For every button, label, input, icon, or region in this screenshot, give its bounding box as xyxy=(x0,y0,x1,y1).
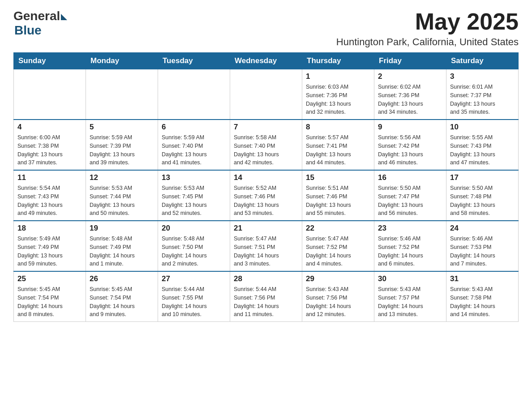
day-number: 22 xyxy=(306,224,370,233)
calendar-week-1: 1Sunrise: 6:03 AM Sunset: 7:36 PM Daylig… xyxy=(14,69,519,120)
calendar-cell: 27Sunrise: 5:44 AM Sunset: 7:55 PM Dayli… xyxy=(158,271,230,322)
day-number: 6 xyxy=(162,123,226,132)
calendar-cell xyxy=(230,69,302,120)
day-info: Sunrise: 5:57 AM Sunset: 7:41 PM Dayligh… xyxy=(306,133,370,167)
day-info: Sunrise: 5:44 AM Sunset: 7:56 PM Dayligh… xyxy=(234,285,298,319)
day-number: 27 xyxy=(162,274,226,283)
calendar-header-saturday: Saturday xyxy=(446,53,519,69)
calendar-week-3: 11Sunrise: 5:54 AM Sunset: 7:43 PM Dayli… xyxy=(14,170,519,221)
day-number: 26 xyxy=(90,274,154,283)
calendar-cell: 28Sunrise: 5:44 AM Sunset: 7:56 PM Dayli… xyxy=(230,271,302,322)
day-number: 12 xyxy=(90,173,154,182)
day-info: Sunrise: 5:49 AM Sunset: 7:49 PM Dayligh… xyxy=(17,235,82,268)
calendar-cell: 2Sunrise: 6:02 AM Sunset: 7:36 PM Daylig… xyxy=(374,69,446,120)
day-number: 7 xyxy=(234,123,298,132)
day-info: Sunrise: 5:46 AM Sunset: 7:52 PM Dayligh… xyxy=(378,235,442,268)
calendar-week-5: 25Sunrise: 5:45 AM Sunset: 7:54 PM Dayli… xyxy=(14,271,519,322)
day-info: Sunrise: 5:50 AM Sunset: 7:48 PM Dayligh… xyxy=(450,184,515,218)
day-info: Sunrise: 5:50 AM Sunset: 7:47 PM Dayligh… xyxy=(378,184,442,218)
day-info: Sunrise: 5:59 AM Sunset: 7:39 PM Dayligh… xyxy=(90,133,154,167)
calendar-cell: 6Sunrise: 5:59 AM Sunset: 7:40 PM Daylig… xyxy=(158,120,230,170)
calendar-cell: 30Sunrise: 5:43 AM Sunset: 7:57 PM Dayli… xyxy=(374,271,446,322)
day-number: 16 xyxy=(378,173,442,182)
day-info: Sunrise: 5:53 AM Sunset: 7:45 PM Dayligh… xyxy=(162,184,226,218)
day-number: 15 xyxy=(306,173,370,182)
day-info: Sunrise: 5:58 AM Sunset: 7:40 PM Dayligh… xyxy=(234,133,298,167)
logo-arrow-icon xyxy=(61,14,67,20)
calendar-cell: 12Sunrise: 5:53 AM Sunset: 7:44 PM Dayli… xyxy=(86,170,158,221)
day-number: 10 xyxy=(450,123,515,132)
title-area: May 2025 Huntington Park, California, Un… xyxy=(336,9,519,48)
day-number: 17 xyxy=(450,173,515,182)
day-number: 24 xyxy=(450,224,515,233)
logo: General Blue xyxy=(13,9,67,38)
calendar-header-row: SundayMondayTuesdayWednesdayThursdayFrid… xyxy=(14,53,519,69)
calendar-header-tuesday: Tuesday xyxy=(158,53,230,69)
day-number: 3 xyxy=(450,72,515,81)
day-info: Sunrise: 5:56 AM Sunset: 7:42 PM Dayligh… xyxy=(378,133,442,167)
day-info: Sunrise: 6:00 AM Sunset: 7:38 PM Dayligh… xyxy=(17,133,82,167)
day-info: Sunrise: 5:47 AM Sunset: 7:51 PM Dayligh… xyxy=(234,235,298,268)
day-info: Sunrise: 5:59 AM Sunset: 7:40 PM Dayligh… xyxy=(162,133,226,167)
day-number: 20 xyxy=(162,224,226,233)
calendar-header-monday: Monday xyxy=(86,53,158,69)
calendar-cell: 16Sunrise: 5:50 AM Sunset: 7:47 PM Dayli… xyxy=(374,170,446,221)
calendar-cell: 22Sunrise: 5:47 AM Sunset: 7:52 PM Dayli… xyxy=(302,221,374,271)
day-info: Sunrise: 5:47 AM Sunset: 7:52 PM Dayligh… xyxy=(306,235,370,268)
logo-general-text: General xyxy=(13,9,60,23)
day-number: 13 xyxy=(162,173,226,182)
day-number: 4 xyxy=(17,123,82,132)
day-info: Sunrise: 5:51 AM Sunset: 7:46 PM Dayligh… xyxy=(306,184,370,218)
calendar-cell: 21Sunrise: 5:47 AM Sunset: 7:51 PM Dayli… xyxy=(230,221,302,271)
day-info: Sunrise: 5:48 AM Sunset: 7:49 PM Dayligh… xyxy=(90,235,154,268)
calendar-table: SundayMondayTuesdayWednesdayThursdayFrid… xyxy=(13,52,519,322)
calendar-week-2: 4Sunrise: 6:00 AM Sunset: 7:38 PM Daylig… xyxy=(14,120,519,170)
day-info: Sunrise: 5:52 AM Sunset: 7:46 PM Dayligh… xyxy=(234,184,298,218)
calendar-cell: 11Sunrise: 5:54 AM Sunset: 7:43 PM Dayli… xyxy=(14,170,86,221)
day-number: 5 xyxy=(90,123,154,132)
day-info: Sunrise: 5:54 AM Sunset: 7:43 PM Dayligh… xyxy=(17,184,82,218)
day-number: 23 xyxy=(378,224,442,233)
day-number: 29 xyxy=(306,274,370,283)
calendar-cell: 29Sunrise: 5:43 AM Sunset: 7:56 PM Dayli… xyxy=(302,271,374,322)
calendar-cell: 13Sunrise: 5:53 AM Sunset: 7:45 PM Dayli… xyxy=(158,170,230,221)
day-info: Sunrise: 5:53 AM Sunset: 7:44 PM Dayligh… xyxy=(90,184,154,218)
calendar-cell: 18Sunrise: 5:49 AM Sunset: 7:49 PM Dayli… xyxy=(14,221,86,271)
day-number: 21 xyxy=(234,224,298,233)
calendar-cell xyxy=(86,69,158,120)
calendar-cell: 20Sunrise: 5:48 AM Sunset: 7:50 PM Dayli… xyxy=(158,221,230,271)
day-info: Sunrise: 5:45 AM Sunset: 7:54 PM Dayligh… xyxy=(90,285,154,319)
calendar-cell: 9Sunrise: 5:56 AM Sunset: 7:42 PM Daylig… xyxy=(374,120,446,170)
calendar-header-sunday: Sunday xyxy=(14,53,86,69)
calendar-cell: 31Sunrise: 5:43 AM Sunset: 7:58 PM Dayli… xyxy=(446,271,519,322)
day-number: 8 xyxy=(306,123,370,132)
day-info: Sunrise: 5:43 AM Sunset: 7:58 PM Dayligh… xyxy=(450,285,515,319)
day-number: 9 xyxy=(378,123,442,132)
calendar-cell: 1Sunrise: 6:03 AM Sunset: 7:36 PM Daylig… xyxy=(302,69,374,120)
calendar-cell: 3Sunrise: 6:01 AM Sunset: 7:37 PM Daylig… xyxy=(446,69,519,120)
calendar-cell: 8Sunrise: 5:57 AM Sunset: 7:41 PM Daylig… xyxy=(302,120,374,170)
day-info: Sunrise: 5:44 AM Sunset: 7:55 PM Dayligh… xyxy=(162,285,226,319)
calendar-cell: 10Sunrise: 5:55 AM Sunset: 7:43 PM Dayli… xyxy=(446,120,519,170)
day-info: Sunrise: 5:43 AM Sunset: 7:56 PM Dayligh… xyxy=(306,285,370,319)
calendar-cell: 17Sunrise: 5:50 AM Sunset: 7:48 PM Dayli… xyxy=(446,170,519,221)
day-number: 25 xyxy=(17,274,82,283)
calendar-cell xyxy=(158,69,230,120)
calendar-cell: 7Sunrise: 5:58 AM Sunset: 7:40 PM Daylig… xyxy=(230,120,302,170)
day-number: 1 xyxy=(306,72,370,81)
day-number: 2 xyxy=(378,72,442,81)
calendar-cell: 15Sunrise: 5:51 AM Sunset: 7:46 PM Dayli… xyxy=(302,170,374,221)
calendar-cell: 23Sunrise: 5:46 AM Sunset: 7:52 PM Dayli… xyxy=(374,221,446,271)
day-info: Sunrise: 6:02 AM Sunset: 7:36 PM Dayligh… xyxy=(378,83,442,116)
calendar-cell: 4Sunrise: 6:00 AM Sunset: 7:38 PM Daylig… xyxy=(14,120,86,170)
logo-blue-text: Blue xyxy=(14,23,42,38)
day-info: Sunrise: 5:45 AM Sunset: 7:54 PM Dayligh… xyxy=(17,285,82,319)
calendar-header-friday: Friday xyxy=(374,53,446,69)
day-number: 11 xyxy=(17,173,82,182)
calendar-cell: 26Sunrise: 5:45 AM Sunset: 7:54 PM Dayli… xyxy=(86,271,158,322)
calendar-cell: 5Sunrise: 5:59 AM Sunset: 7:39 PM Daylig… xyxy=(86,120,158,170)
day-info: Sunrise: 6:03 AM Sunset: 7:36 PM Dayligh… xyxy=(306,83,370,116)
calendar-cell: 19Sunrise: 5:48 AM Sunset: 7:49 PM Dayli… xyxy=(86,221,158,271)
day-info: Sunrise: 5:43 AM Sunset: 7:57 PM Dayligh… xyxy=(378,285,442,319)
day-info: Sunrise: 5:55 AM Sunset: 7:43 PM Dayligh… xyxy=(450,133,515,167)
